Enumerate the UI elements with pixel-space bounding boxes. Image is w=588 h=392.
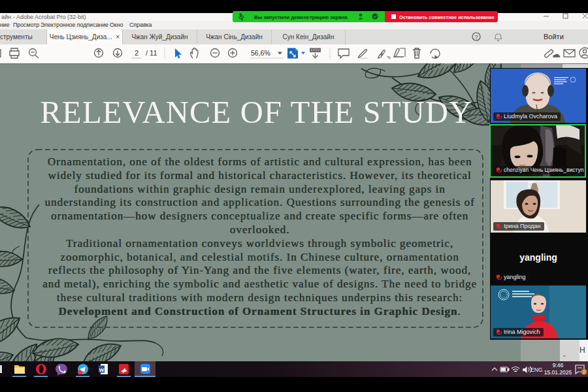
svg-text:/ 11: / 11	[146, 49, 157, 57]
svg-text:2: 2	[583, 370, 585, 374]
svg-text:2: 2	[135, 49, 139, 57]
svg-text:?: ?	[474, 34, 478, 41]
svg-text:W: W	[99, 367, 105, 373]
svg-text:ENG: ENG	[531, 367, 542, 373]
svg-text:Войти: Войти	[544, 33, 564, 41]
svg-text:56,6%: 56,6%	[251, 49, 270, 57]
